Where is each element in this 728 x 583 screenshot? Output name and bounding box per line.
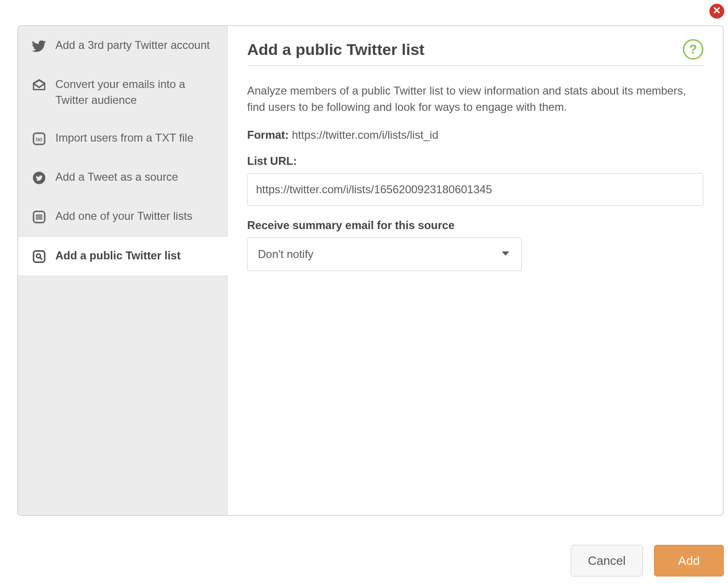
svg-rect-7 (34, 251, 45, 262)
dialog-footer: Cancel Add (17, 545, 724, 576)
sidebar-item-your-lists[interactable]: Add one of your Twitter lists (18, 197, 227, 236)
page-title: Add a public Twitter list (247, 41, 425, 59)
add-source-dialog: Add a 3rd party Twitter account Convert … (17, 25, 724, 516)
sidebar-item-import-txt[interactable]: txt Import users from a TXT file (18, 119, 227, 158)
cancel-button[interactable]: Cancel (571, 545, 643, 576)
format-value: https://twitter.com/i/lists/list_id (292, 129, 438, 141)
email-icon (31, 77, 47, 93)
summary-email-label: Receive summary email for this source (247, 219, 703, 232)
sidebar-item-label: Convert your emails into a Twitter audie… (55, 76, 214, 108)
sidebar-item-label: Add a public Twitter list (55, 248, 181, 264)
close-icon (713, 7, 721, 16)
close-button[interactable] (709, 4, 724, 19)
svg-text:txt: txt (36, 136, 42, 142)
format-label: Format: (247, 129, 289, 141)
tweet-circle-icon (31, 170, 47, 186)
sidebar-item-convert-emails[interactable]: Convert your emails into a Twitter audie… (18, 65, 227, 119)
list-search-icon (31, 249, 47, 264)
main-header: Add a public Twitter list ? (247, 39, 703, 66)
sidebar-item-add-tweet[interactable]: Add a Tweet as a source (18, 158, 227, 197)
sidebar-item-3rd-party-twitter[interactable]: Add a 3rd party Twitter account (18, 26, 227, 65)
sidebar-item-public-list[interactable]: Add a public Twitter list (18, 236, 228, 276)
list-url-input[interactable] (247, 173, 703, 206)
help-icon: ? (689, 42, 697, 57)
sidebar-item-label: Add a Tweet as a source (55, 169, 178, 185)
sidebar-item-label: Add a 3rd party Twitter account (55, 37, 210, 53)
format-line: Format: https://twitter.com/i/lists/list… (247, 129, 703, 142)
description-text: Analyze members of a public Twitter list… (247, 83, 694, 115)
source-type-sidebar: Add a 3rd party Twitter account Convert … (18, 26, 228, 515)
list-url-label: List URL: (247, 155, 703, 168)
twitter-icon (31, 38, 47, 54)
sidebar-item-label: Add one of your Twitter lists (55, 208, 192, 224)
svg-line-9 (40, 258, 42, 259)
help-button[interactable]: ? (683, 39, 703, 60)
sidebar-item-label: Import users from a TXT file (55, 130, 194, 146)
main-panel: Add a public Twitter list ? Analyze memb… (228, 26, 723, 515)
summary-email-select[interactable]: Don't notify (247, 237, 522, 271)
list-icon (31, 209, 47, 225)
add-button[interactable]: Add (654, 545, 724, 576)
txt-icon: txt (31, 131, 47, 147)
